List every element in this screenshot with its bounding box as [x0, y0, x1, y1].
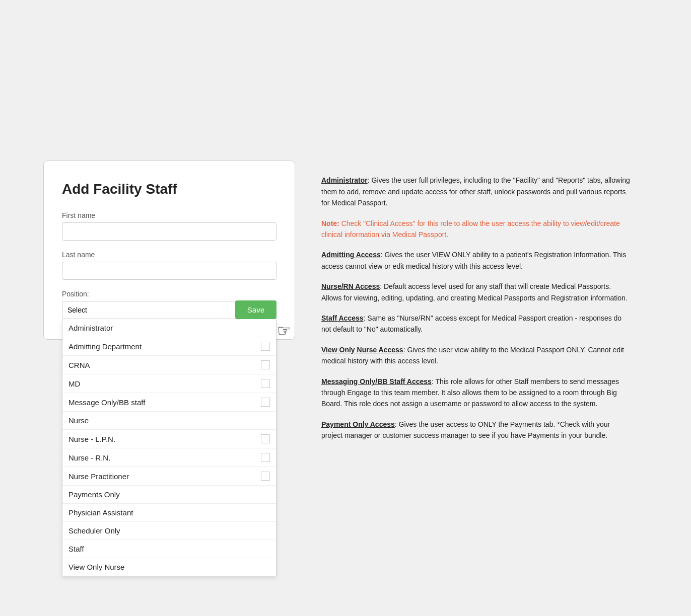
dropdown-item-nurse-rn[interactable]: Nurse - R.N.	[62, 448, 276, 467]
info-separator: :	[395, 420, 399, 428]
info-section-admitting: Admitting Access: Gives the user VIEW ON…	[321, 249, 632, 272]
dropdown-item-checkbox	[261, 342, 270, 351]
info-title-administrator: Administrator	[321, 176, 368, 184]
dropdown-item-checkbox	[261, 434, 270, 443]
info-separator: :	[380, 282, 384, 290]
first-name-input[interactable]	[62, 222, 277, 241]
last-name-input[interactable]	[62, 262, 277, 280]
last-name-label: Last name	[62, 251, 277, 259]
dropdown-item-label: Nurse Practitioner	[68, 472, 129, 481]
info-section-nurse-rn: Nurse/RN Access: Default access level us…	[321, 281, 632, 303]
info-panel: Administrator: Gives the user full privi…	[305, 161, 648, 455]
position-label: Position:	[62, 290, 277, 298]
page-container: Add Facility Staff First name Last name …	[43, 161, 648, 455]
info-section-staff: Staff Access: Same as "Nurse/RN" access …	[321, 313, 632, 335]
info-title-nurse-rn: Nurse/RN Access	[321, 282, 380, 290]
dropdown-item-label: MD	[68, 379, 80, 388]
dropdown-item-scheduler-only[interactable]: Scheduler Only	[62, 522, 276, 540]
info-title-view-only-nurse: View Only Nurse Access	[321, 346, 403, 354]
dropdown-item-label: Physician Assistant	[68, 508, 133, 517]
dropdown-item-view-only-nurse[interactable]: View Only Nurse	[62, 558, 276, 576]
select-placeholder: Select	[67, 306, 87, 314]
dropdown-item-administrator[interactable]: Administrator	[62, 319, 276, 337]
info-title-messaging-only: Messaging Only/BB Staff Access	[321, 377, 432, 386]
dropdown-item-checkbox	[261, 398, 270, 407]
dropdown-item-label: Administrator	[68, 324, 113, 332]
dropdown-item-label: Admitting Department	[68, 342, 142, 351]
info-separator: :	[368, 176, 372, 184]
dropdown-item-payments-only[interactable]: Payments Only	[62, 486, 276, 504]
tooltip-arrow	[294, 186, 305, 202]
info-title-payment-only: Payment Only Access	[321, 420, 395, 428]
save-button[interactable]: Save	[235, 300, 277, 319]
dropdown-item-label: Nurse - R.N.	[68, 453, 110, 462]
dropdown-item-label: Payments Only	[68, 490, 120, 499]
dropdown-menu: Administrator Admitting Department CRNA …	[62, 319, 277, 576]
dropdown-item-checkbox	[261, 379, 270, 388]
dropdown-item-physician-assistant[interactable]: Physician Assistant	[62, 504, 276, 522]
dropdown-item-label: Nurse	[68, 416, 89, 425]
dropdown-item-label: Nurse - L.P.N.	[68, 435, 115, 443]
cursor-hand-icon: ☞	[277, 321, 292, 340]
dropdown-item-admitting[interactable]: Admitting Department	[62, 337, 276, 356]
dropdown-item-nurse[interactable]: Nurse	[62, 412, 276, 430]
dropdown-item-nurse-practitioner[interactable]: Nurse Practitioner	[62, 467, 276, 486]
dropdown-item-checkbox	[261, 453, 270, 462]
dropdown-item-label: Message Only/BB staff	[68, 398, 145, 407]
info-section-payment-only: Payment Only Access: Gives the user acce…	[321, 419, 632, 441]
dropdown-item-message-only[interactable]: Message Only/BB staff	[62, 393, 276, 412]
info-section-note: Note: Check "Clinical Access" for this r…	[321, 218, 632, 241]
dropdown-item-nurse-lpn[interactable]: Nurse - L.P.N.	[62, 430, 276, 448]
dropdown-item-label: Staff	[68, 545, 84, 553]
info-separator: :	[381, 251, 385, 259]
form-panel: Add Facility Staff First name Last name …	[43, 161, 295, 340]
dropdown-item-label: CRNA	[68, 361, 90, 369]
dropdown-item-checkbox	[261, 360, 270, 369]
dropdown-item-checkbox	[261, 472, 270, 481]
info-note-label: Note:	[321, 219, 339, 227]
info-section-view-only-nurse: View Only Nurse Access: Gives the user v…	[321, 344, 632, 367]
info-title-staff: Staff Access	[321, 314, 364, 322]
info-title-admitting: Admitting Access	[321, 251, 381, 259]
info-section-messaging-only: Messaging Only/BB Staff Access: This rol…	[321, 376, 632, 410]
dropdown-item-label: Scheduler Only	[68, 526, 120, 535]
dropdown-item-label: View Only Nurse	[68, 563, 124, 571]
dropdown-item-md[interactable]: MD	[62, 374, 276, 393]
form-title: Add Facility Staff	[62, 181, 277, 197]
first-name-label: First name	[62, 211, 277, 219]
dropdown-item-staff[interactable]: Staff	[62, 540, 276, 558]
info-note-text: Check "Clinical Access" for this role to…	[321, 219, 620, 239]
dropdown-item-crna[interactable]: CRNA	[62, 356, 276, 374]
info-section-administrator: Administrator: Gives the user full privi…	[321, 175, 632, 208]
